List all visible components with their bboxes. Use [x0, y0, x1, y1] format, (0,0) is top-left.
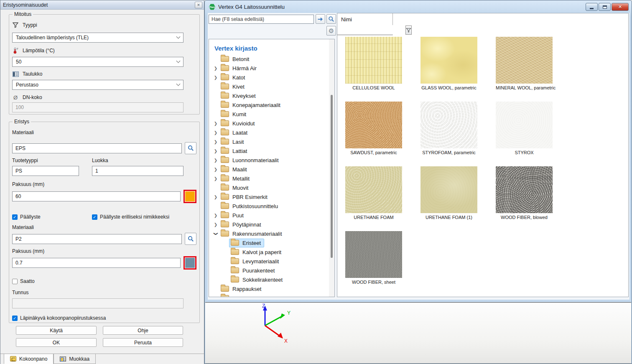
tree-item[interactable]: Kalvot ja paperit [209, 247, 334, 257]
tree-item[interactable]: Konepajamateriaalit [209, 100, 334, 109]
material-item[interactable]: GLASS WOOL, parametric [420, 37, 496, 102]
tree-item[interactable]: ❯ Puut [209, 211, 334, 220]
luokka-input[interactable] [92, 166, 183, 176]
model-viewport[interactable]: Z Y X [205, 302, 631, 364]
insulation-color-swatch[interactable] [183, 190, 197, 203]
material-item[interactable]: URETHANE FOAM (1) [420, 166, 496, 231]
maximize-button[interactable] [599, 3, 611, 11]
tree-item[interactable]: Rappaukset [209, 284, 334, 293]
chevron-icon[interactable]: ❯ [212, 176, 219, 181]
origin-axes-triad: Z Y X [244, 303, 303, 347]
search-go-button[interactable] [316, 14, 325, 24]
gear-icon[interactable] [326, 26, 336, 36]
material-item[interactable]: CELLULOSE WOOL [345, 37, 420, 102]
close-icon[interactable] [195, 2, 202, 8]
material-thumbnail[interactable] [345, 231, 402, 278]
tree-scrollbar[interactable] [329, 39, 334, 297]
coating-paksuus-input[interactable] [12, 258, 181, 268]
material-thumbnail[interactable] [345, 37, 402, 84]
tree-item[interactable]: ❯ Katot [209, 73, 334, 82]
material-thumbnail[interactable] [420, 102, 477, 148]
tab-kokoonpano[interactable]: Kokoonpano [4, 354, 54, 364]
lampotila-select[interactable]: 50 [12, 57, 183, 67]
chevron-icon[interactable]: ❯ [212, 121, 219, 126]
material-thumbnail[interactable] [345, 102, 402, 148]
material-item[interactable]: MINERAL WOOL, parametric [496, 37, 571, 102]
paallyste-erillinen-checkbox[interactable]: Päällyste erilliseksi nimikkeeksi [92, 214, 169, 220]
tree-item[interactable]: ❯ Härmä Air [209, 64, 334, 73]
paksuus-input[interactable] [12, 191, 181, 201]
paallyste-checkbox[interactable]: Päällyste [12, 214, 79, 220]
search-button[interactable] [326, 14, 336, 24]
peruuta-button[interactable]: Peruuta [103, 338, 183, 347]
tree-item[interactable]: ❯ Luonnonmateriaalit [209, 155, 334, 165]
tree-item[interactable]: ❯ Rakennusmateriaalit [209, 229, 334, 238]
ok-button[interactable]: OK [16, 338, 97, 347]
filter-funnel-button[interactable] [405, 25, 412, 35]
chevron-icon[interactable]: ❯ [212, 158, 219, 163]
window-titlebar[interactable]: Plant Vertex G4 Laitossuunnittelu [205, 1, 631, 13]
material-thumbnail[interactable] [496, 37, 553, 84]
coating-color-swatch[interactable] [183, 256, 197, 270]
chevron-icon[interactable]: ❯ [212, 75, 219, 80]
search-input[interactable] [209, 15, 314, 24]
tree-item[interactable]: Puurakenteet [209, 266, 334, 275]
tree-item[interactable]: ❯ Lasit [209, 137, 334, 146]
material-thumbnail[interactable] [496, 166, 553, 213]
name-column-header[interactable]: Nimi [337, 13, 393, 35]
tree-item[interactable]: ❯ Kuvioidut [209, 119, 334, 128]
tree-item[interactable]: Kumit [209, 109, 334, 119]
material-thumbnail[interactable] [420, 166, 477, 213]
tree-item[interactable]: ❯ Maalit [209, 165, 334, 174]
tree-item[interactable]: Kiveykset [209, 91, 334, 100]
chevron-icon[interactable]: ❯ [212, 222, 219, 227]
materiaali-input[interactable] [12, 143, 182, 153]
tuotetyyppi-input[interactable] [12, 166, 79, 176]
material-item[interactable]: SAWDUST, parametric [345, 102, 420, 166]
tree-item[interactable]: Putkistosuunnittelu [209, 201, 334, 211]
tree-item[interactable]: ❯ PBR Esimerkit [209, 192, 334, 201]
tree-item[interactable]: Muovit [209, 183, 334, 192]
chevron-icon[interactable]: ❯ [212, 213, 219, 218]
dialog-titlebar[interactable]: Eristysominaisuudet [0, 0, 204, 10]
material-thumbnail[interactable] [420, 37, 477, 84]
minimize-button[interactable] [586, 3, 598, 11]
material-thumbnail[interactable] [496, 102, 553, 148]
tree-item[interactable]: ❯ Lattiat [209, 146, 334, 155]
tree-item[interactable]: ❯ Pöytäpinnat [209, 220, 334, 229]
kayta-button[interactable]: Käytä [16, 326, 97, 335]
material-item[interactable]: WOOD FIBER, sheet [345, 231, 420, 296]
chevron-icon[interactable]: ❯ [212, 149, 219, 153]
tree-item[interactable]: ❯ Metallit [209, 174, 334, 183]
tree-item[interactable]: Betonit [209, 54, 334, 64]
chevron-icon[interactable]: ❯ [212, 130, 219, 135]
coating-search-button[interactable] [185, 233, 196, 245]
material-item[interactable]: WOOD FIBER, blowed [496, 166, 571, 231]
material-search-button[interactable] [185, 142, 196, 154]
scrollbar-thumb[interactable] [331, 95, 333, 258]
tree-item[interactable]: ❯ Laatat [209, 128, 334, 137]
chevron-icon[interactable]: ❯ [214, 230, 218, 237]
material-thumbnail[interactable] [345, 166, 402, 213]
coating-materiaali-input[interactable] [12, 234, 182, 244]
tab-muokkaa[interactable]: Muokkaa [54, 354, 96, 364]
tyyppi-select[interactable]: Taloudellinen lämpöeristys (TLE) [12, 33, 183, 43]
taulukko-select[interactable]: Perustaso [12, 80, 183, 90]
lapinakyva-checkbox[interactable]: Läpinäkyvä kokoonpanopiirustuksessa [12, 315, 106, 321]
chevron-icon[interactable]: ❯ [212, 140, 219, 144]
material-item[interactable]: STYROFOAM, parametric [420, 102, 496, 166]
tree-item[interactable]: Sokkelirakenteet [209, 275, 334, 284]
saatto-checkbox[interactable]: Saatto [12, 278, 35, 284]
tree-item[interactable]: Eristeet [209, 238, 334, 247]
chevron-icon[interactable]: ❯ [212, 167, 219, 172]
ohje-button[interactable]: Ohje [103, 326, 183, 335]
chevron-icon[interactable]: ❯ [212, 66, 219, 71]
chevron-icon[interactable]: ❯ [212, 195, 219, 199]
tree-item[interactable] [209, 293, 334, 297]
close-button[interactable] [612, 3, 629, 11]
material-item[interactable]: URETHANE FOAM [345, 166, 420, 231]
name-filter-input[interactable] [337, 25, 405, 35]
material-item[interactable]: STYROX [496, 102, 571, 166]
tree-item[interactable]: Kivet [209, 82, 334, 91]
tree-item[interactable]: Levymateriaalit [209, 257, 334, 266]
